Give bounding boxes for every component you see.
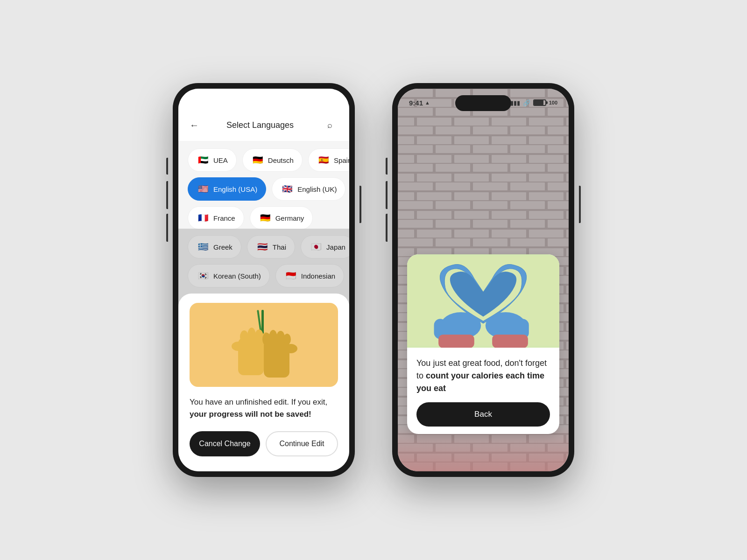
screen-header: ← Select Languages ⌕	[178, 89, 349, 141]
food-card-image	[407, 254, 559, 348]
phone-1: ← Select Languages ⌕ 🇦🇪 UEA 🇩🇪 Deutsch	[173, 83, 355, 477]
flag-english-uk: 🇬🇧	[281, 182, 294, 196]
flag-germany: 🇩🇪	[259, 211, 272, 224]
location-icon: ▲	[425, 100, 430, 105]
lang-label-uea: UEA	[213, 156, 228, 164]
lang-label-english-usa: English (USA)	[213, 185, 257, 193]
exit-modal-overlay: You have an unfinished edit. If you exit…	[178, 229, 349, 471]
volume-down-button[interactable]	[166, 214, 168, 242]
volume-mute-button-2[interactable]	[386, 158, 388, 175]
back-button[interactable]: ←	[190, 120, 199, 131]
svg-point-5	[240, 330, 248, 343]
continue-edit-button[interactable]: Continue Edit	[266, 431, 338, 456]
battery-fill	[534, 100, 543, 105]
svg-point-6	[247, 328, 256, 343]
svg-rect-9	[264, 340, 289, 378]
lang-label-france: France	[213, 214, 235, 222]
volume-mute-button[interactable]	[166, 158, 168, 175]
flag-uea: 🇦🇪	[197, 154, 210, 167]
battery-percent: 100	[549, 100, 557, 105]
status-bar: 9:41 ▲ ▮▮▮ 🔗 100	[398, 89, 569, 112]
modal-message: You have an unfinished edit. If you exit…	[190, 396, 338, 420]
flag-spain: 🇪🇸	[317, 154, 330, 167]
svg-point-13	[276, 331, 285, 344]
power-button-2[interactable]	[579, 186, 581, 223]
lang-label-english-uk: English (UK)	[297, 185, 337, 193]
lang-label-deutsch: Deutsch	[268, 156, 294, 164]
volume-up-button[interactable]	[166, 181, 168, 209]
lang-item-deutsch[interactable]: 🇩🇪 Deutsch	[242, 148, 303, 172]
volume-down-button-2[interactable]	[386, 214, 388, 242]
food-card-message: You just eat great food, don't forget to…	[416, 357, 550, 395]
svg-rect-27	[438, 335, 474, 348]
modal-actions: Cancel Change Continue Edit	[190, 431, 338, 456]
flag-english-usa: 🇺🇸	[197, 182, 210, 196]
svg-point-10	[284, 344, 297, 353]
calories-screen: 9:41 ▲ ▮▮▮ 🔗 100	[398, 89, 569, 471]
modal-illustration	[190, 303, 338, 387]
volume-up-button-2[interactable]	[386, 181, 388, 209]
gloves-svg	[217, 305, 310, 385]
lang-label-germany: Germany	[275, 214, 304, 222]
language-row-3: 🇫🇷 France 🇩🇪 Germany	[188, 206, 340, 230]
lang-label-spain: Spain	[334, 156, 349, 164]
search-icon[interactable]: ⌕	[321, 117, 338, 133]
svg-rect-28	[492, 335, 528, 348]
status-time: 9:41 ▲	[409, 99, 430, 107]
food-card: You just eat great food, don't forget to…	[407, 254, 559, 434]
flag-deutsch: 🇩🇪	[251, 154, 264, 167]
language-select-screen: ← Select Languages ⌕ 🇦🇪 UEA 🇩🇪 Deutsch	[178, 89, 349, 471]
cancel-change-button[interactable]: Cancel Change	[190, 431, 260, 456]
time-display: 9:41	[409, 99, 423, 107]
lang-item-english-usa[interactable]: 🇺🇸 English (USA)	[188, 177, 266, 201]
battery-icon	[533, 99, 546, 106]
lang-item-spain[interactable]: 🇪🇸 Spain	[308, 148, 349, 172]
lang-item-france[interactable]: 🇫🇷 France	[188, 206, 244, 230]
language-row-2: 🇺🇸 English (USA) 🇬🇧 English (UK)	[188, 177, 340, 201]
signal-icon: ▮▮▮	[510, 99, 520, 106]
food-card-body: You just eat great food, don't forget to…	[407, 348, 559, 434]
flag-france: 🇫🇷	[197, 211, 210, 224]
screen-title: Select Languages	[226, 120, 294, 130]
phone-2-screen: 9:41 ▲ ▮▮▮ 🔗 100	[398, 89, 569, 471]
svg-point-12	[269, 330, 277, 345]
exit-modal-card: You have an unfinished edit. If you exit…	[178, 294, 349, 471]
lang-item-english-uk[interactable]: 🇬🇧 English (UK)	[272, 177, 345, 201]
status-icons: ▮▮▮ 🔗 100	[510, 99, 557, 106]
link-icon: 🔗	[523, 99, 530, 106]
heart-hands-svg	[407, 254, 559, 348]
language-row-1: 🇦🇪 UEA 🇩🇪 Deutsch 🇪🇸 Spain	[188, 148, 340, 172]
svg-point-14	[283, 334, 291, 345]
power-button[interactable]	[359, 186, 361, 223]
phone-2: 9:41 ▲ ▮▮▮ 🔗 100	[392, 83, 574, 477]
lang-item-germany[interactable]: 🇩🇪 Germany	[250, 206, 313, 230]
lang-item-uea[interactable]: 🇦🇪 UEA	[188, 148, 237, 172]
svg-point-7	[255, 329, 263, 343]
phone-1-screen: ← Select Languages ⌕ 🇦🇪 UEA 🇩🇪 Deutsch	[178, 89, 349, 471]
back-button[interactable]: Back	[416, 402, 550, 427]
